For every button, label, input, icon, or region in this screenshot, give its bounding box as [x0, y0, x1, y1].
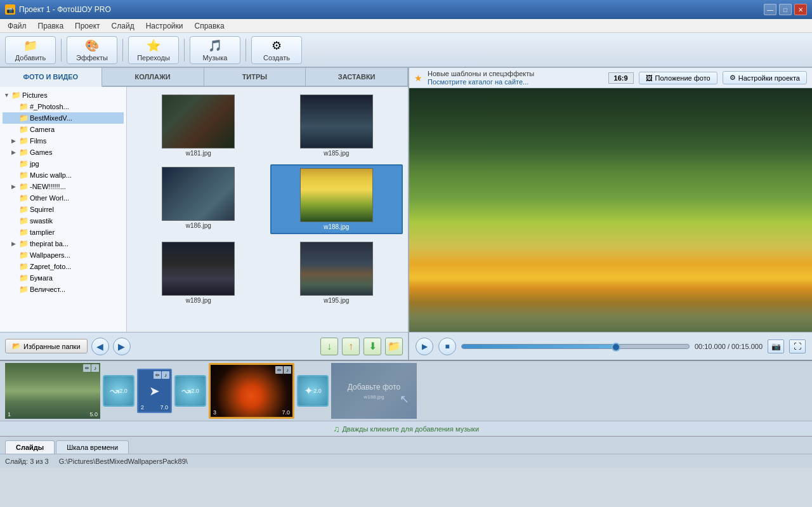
- screenshot-button[interactable]: 📷: [768, 339, 784, 353]
- thumbnail-w181[interactable]: w181.jpg: [132, 92, 265, 159]
- tree-item-musicwallp[interactable]: 📁 Music wallp...: [3, 169, 124, 181]
- play-button[interactable]: ▶: [416, 338, 433, 355]
- sound-icon-3[interactable]: ♪: [284, 366, 291, 374]
- upload-btn[interactable]: ↑: [342, 338, 360, 355]
- menu-file[interactable]: Файл: [3, 20, 32, 32]
- tree-item-thepirat[interactable]: ▶ 📁 thepirat ba...: [3, 238, 124, 249]
- ratio-button[interactable]: 16:9: [608, 72, 634, 84]
- tree-item-bestmixed[interactable]: 📁 BestMixedV...: [3, 112, 124, 124]
- tree-item-zapret[interactable]: 📁 Zapret_foto...: [3, 261, 124, 272]
- tree-item-pictures[interactable]: ▼ 📁 Pictures: [3, 89, 124, 101]
- add-photo-filename: w188.jpg: [363, 394, 384, 400]
- nav-fwd-button[interactable]: ▶: [113, 338, 131, 355]
- maximize-button[interactable]: □: [779, 4, 792, 15]
- progress-fill: [462, 345, 614, 348]
- project-settings-button[interactable]: ⚙ Настройки проекта: [723, 71, 807, 84]
- tree-item-games[interactable]: ▶ 📁 Games: [3, 147, 124, 158]
- tab-screensavers[interactable]: ЗАСТАВКИ: [306, 68, 408, 86]
- tree-item-squirrel[interactable]: 📁 Squirrel: [3, 204, 124, 215]
- download-btn-2[interactable]: ⬇: [363, 338, 381, 355]
- effects-icon: 🎨: [85, 39, 99, 53]
- tree-item-otherworld[interactable]: 📁 Other Worl...: [3, 192, 124, 204]
- transition-3[interactable]: ✦ 2.0: [297, 375, 329, 407]
- tab-timeline[interactable]: Шкала времени: [56, 440, 129, 454]
- transition-1[interactable]: ↝ 2.0: [103, 375, 134, 407]
- folder-icon-tamplier: 📁: [19, 228, 29, 237]
- progress-bar[interactable]: [461, 344, 690, 349]
- catalog-link[interactable]: Посмотрите каталог на сайте...: [428, 78, 603, 86]
- add-button[interactable]: 📁 Добавить: [5, 36, 56, 64]
- thumb-image-w189: [162, 242, 235, 296]
- tree-expand-films: ▶: [11, 138, 18, 144]
- menu-settings[interactable]: Настройки: [141, 20, 188, 32]
- transition-1-label: 2.0: [119, 388, 128, 394]
- menu-help[interactable]: Справка: [189, 20, 229, 32]
- menu-edit[interactable]: Правка: [33, 20, 69, 32]
- tree-item-new[interactable]: ▶ 📁 -NEW!!!!!!...: [3, 181, 124, 192]
- edit-icon-2[interactable]: ✏: [154, 371, 161, 379]
- download-btn-1[interactable]: ↓: [320, 338, 338, 355]
- tree-item-tamplier[interactable]: 📁 tamplier: [3, 227, 124, 238]
- stop-button[interactable]: ■: [438, 338, 456, 355]
- slide-info: Слайд: 3 из 3: [5, 458, 49, 465]
- tree-label-tamplier: tamplier: [30, 228, 55, 236]
- tree-item-photosh[interactable]: 📁 #_Photosh...: [3, 101, 124, 112]
- edit-icon-3[interactable]: ✏: [275, 366, 283, 374]
- slide-2-num: 2: [141, 404, 144, 411]
- thumbnail-w188[interactable]: w188.jpg: [270, 164, 403, 234]
- tab-photos[interactable]: ФОТО И ВИДЕО: [0, 68, 102, 87]
- tree-item-wallpapers[interactable]: 📁 Wallpapers...: [3, 249, 124, 261]
- tree-item-films[interactable]: ▶ 📁 Films: [3, 135, 124, 147]
- thumbnail-w195[interactable]: w195.jpg: [270, 239, 403, 306]
- transition-2[interactable]: ↝ 2.0: [174, 375, 206, 407]
- menu-project[interactable]: Проект: [70, 20, 105, 32]
- titlebar-controls: — □ ✕: [764, 4, 807, 15]
- bottom-tabs: Слайды Шкала времени: [0, 436, 812, 454]
- add-photo-placeholder[interactable]: Добавьте фото w188.jpg ↖: [331, 363, 417, 419]
- titlebar: 📷 Проект 1 - ФотоШОУ PRO — □ ✕: [0, 0, 812, 19]
- folder-action-btn[interactable]: 📁: [385, 338, 403, 355]
- create-button[interactable]: ⚙ Создать: [251, 36, 302, 64]
- thumbnail-w185[interactable]: w185.jpg: [270, 92, 403, 159]
- tree-item-camera[interactable]: 📁 Camera: [3, 124, 124, 135]
- transitions-button[interactable]: ⭐ Переходы: [128, 36, 179, 64]
- thumb-image-w188: [300, 168, 373, 222]
- add-photo-text: Добавьте фото: [348, 383, 401, 392]
- tree-label-wallpapers: Wallpapers...: [30, 251, 70, 259]
- tab-collages[interactable]: КОЛЛАЖИ: [102, 68, 204, 86]
- tab-slides[interactable]: Слайды: [5, 440, 55, 454]
- tree-item-swastik[interactable]: 📁 swastik: [3, 215, 124, 227]
- favorites-button[interactable]: 📂 Избранные папки: [5, 339, 88, 353]
- sound-icon-2[interactable]: ♪: [162, 371, 169, 379]
- thumbnail-w186[interactable]: w186.jpg: [132, 164, 265, 234]
- nav-back-button[interactable]: ◀: [91, 338, 109, 355]
- close-button[interactable]: ✕: [794, 4, 807, 15]
- progress-thumb[interactable]: [612, 343, 620, 352]
- tree-label-new: -NEW!!!!!!...: [30, 183, 66, 190]
- tree-item-velichest[interactable]: 📁 Величест...: [3, 284, 124, 295]
- music-add-text[interactable]: Дважды кликните для добавления музыки: [342, 425, 479, 433]
- tree-item-jpg[interactable]: 📁 jpg: [3, 158, 124, 169]
- transition-2-icon: ↝: [181, 384, 191, 398]
- position-label: Положение фото: [655, 74, 710, 82]
- slide-2[interactable]: ➤ ✏ ♪ 2 7.0: [137, 369, 172, 413]
- music-button[interactable]: 🎵 Музыка: [190, 36, 240, 64]
- tree-item-bumaga[interactable]: 📁 Бумага: [3, 272, 124, 284]
- edit-icon-1[interactable]: ✏: [83, 364, 91, 372]
- fullscreen-button[interactable]: ⛶: [789, 339, 806, 353]
- tree-expand-thepirat: ▶: [11, 240, 18, 247]
- app-icon: 📷: [5, 4, 15, 15]
- effects-button[interactable]: 🎨 Эффекты: [67, 36, 117, 64]
- slide-1[interactable]: ✏ ♪ 1 5.0: [5, 363, 100, 419]
- fullscreen-icon: ⛶: [794, 342, 801, 351]
- folder-icon-wallpapers: 📁: [19, 251, 29, 260]
- position-button[interactable]: 🖼 Положение фото: [639, 72, 717, 84]
- sound-icon-1[interactable]: ♪: [91, 364, 99, 372]
- thumbnail-w189[interactable]: w189.jpg: [132, 239, 265, 306]
- minimize-button[interactable]: —: [764, 4, 776, 15]
- thumb-label-w186: w186.jpg: [186, 222, 211, 229]
- tab-titles[interactable]: ТИТРЫ: [204, 68, 306, 86]
- menu-slide[interactable]: Слайд: [107, 20, 140, 32]
- slide-3[interactable]: ✏ ♪ 3 7.0: [209, 363, 294, 419]
- folder-icon-camera: 📁: [19, 125, 29, 134]
